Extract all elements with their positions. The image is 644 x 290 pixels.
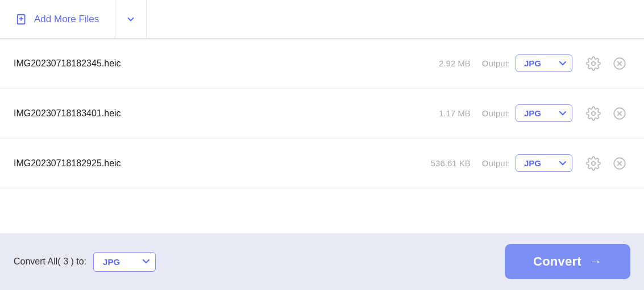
file-size: 536.61 KB xyxy=(408,158,471,168)
svg-point-11 xyxy=(592,161,596,165)
svg-point-3 xyxy=(592,61,596,65)
file-row: IMG20230718182345.heic 2.92 MB Output: J… xyxy=(0,39,644,89)
close-circle-icon xyxy=(612,56,627,71)
convert-all-format-select[interactable]: JPGPNGWEBPGIF xyxy=(93,252,156,272)
remove-button[interactable] xyxy=(609,103,630,124)
file-name: IMG20230718182345.heic xyxy=(14,58,408,69)
add-more-button[interactable]: Add More Files xyxy=(0,0,115,38)
file-row: IMG20230718183401.heic 1.17 MB Output: J… xyxy=(0,89,644,138)
format-select[interactable]: JPGPNGWEBPGIF xyxy=(516,104,572,122)
convert-button-label: Convert xyxy=(533,254,581,269)
close-circle-icon xyxy=(612,156,627,171)
bottom-bar: Convert All( 3 ) to: JPGPNGWEBPGIF Conve… xyxy=(0,233,644,290)
svg-point-7 xyxy=(592,111,596,115)
close-circle-icon xyxy=(612,106,627,121)
file-size: 1.17 MB xyxy=(408,108,471,118)
remove-button[interactable] xyxy=(609,53,630,74)
toolbar: Add More Files xyxy=(0,0,644,39)
settings-button[interactable] xyxy=(583,103,604,124)
settings-button[interactable] xyxy=(583,53,604,74)
settings-button[interactable] xyxy=(583,153,604,174)
file-name: IMG20230718183401.heic xyxy=(14,108,408,119)
chevron-down-icon xyxy=(126,14,136,24)
output-label: Output: xyxy=(482,58,510,68)
gear-icon xyxy=(586,56,601,71)
convert-button[interactable]: Convert → xyxy=(505,244,630,279)
file-size: 2.92 MB xyxy=(408,58,471,68)
file-list: IMG20230718182345.heic 2.92 MB Output: J… xyxy=(0,39,644,233)
convert-all-label: Convert All( 3 ) to: xyxy=(14,257,86,267)
gear-icon xyxy=(586,106,601,121)
file-row: IMG20230718182925.heic 536.61 KB Output:… xyxy=(0,138,644,188)
add-file-icon xyxy=(16,13,28,26)
file-name: IMG20230718182925.heic xyxy=(14,158,408,169)
format-select[interactable]: JPGPNGWEBPGIF xyxy=(516,54,572,72)
toolbar-dropdown-button[interactable] xyxy=(115,0,147,38)
gear-icon xyxy=(586,156,601,171)
output-label: Output: xyxy=(482,108,510,118)
output-label: Output: xyxy=(482,158,510,168)
format-select[interactable]: JPGPNGWEBPGIF xyxy=(516,154,572,172)
add-more-label: Add More Files xyxy=(34,14,99,25)
arrow-icon: → xyxy=(589,254,602,269)
remove-button[interactable] xyxy=(609,153,630,174)
